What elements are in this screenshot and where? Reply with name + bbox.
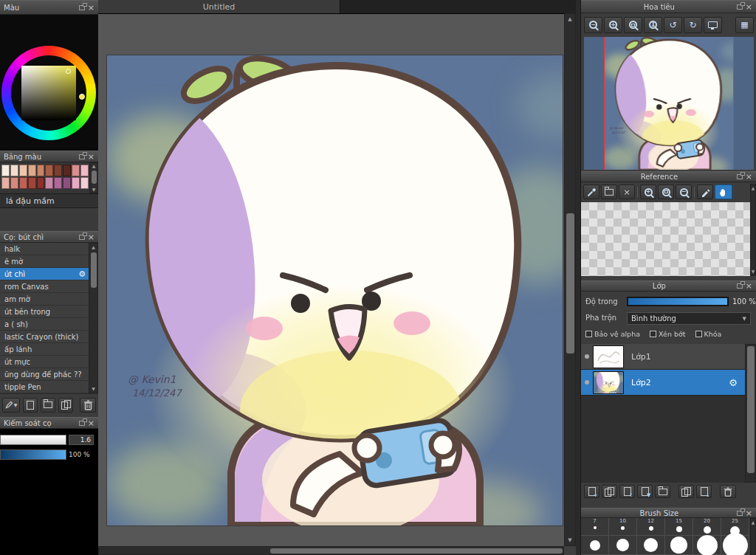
palette-swatch[interactable] [37,177,45,189]
rotate-cw-button[interactable]: ↻ [684,17,702,33]
add-layer-menu-button[interactable]: ▼ [637,485,653,498]
brush-item[interactable]: lastic Crayon (thick) [0,331,89,343]
layer-settings-gear-icon[interactable]: ⚙ [729,378,738,387]
popout-icon[interactable] [737,4,743,10]
palette-swatch[interactable] [1,177,10,189]
blend-dropdown[interactable]: Bình thường ▼ [627,312,751,325]
palette-swatch[interactable] [80,177,89,189]
layer-list-scrollbar[interactable] [745,344,756,483]
scroll-up-icon[interactable]: ▲ [751,185,755,191]
palette-swatch[interactable] [19,177,27,189]
close-icon[interactable]: × [88,233,94,241]
brush-size-cell[interactable] [665,536,693,555]
close-icon[interactable]: × [746,509,752,517]
brush-list-scrollbar[interactable]: ▲ ▼ [89,243,98,393]
opacity-slider[interactable] [627,297,729,306]
popout-icon[interactable] [737,511,743,516]
brush-size-cell[interactable] [637,536,665,555]
scroll-down-icon[interactable]: ▼ [751,269,755,275]
close-icon[interactable]: × [746,282,752,290]
scroll-up-icon[interactable]: ▲ [90,163,97,169]
brush-item[interactable]: ũng dùng để phác ?? [0,368,89,381]
layer-checkbox-protect-alpha[interactable]: Bảo vệ alpha [585,330,640,338]
layer-visibility-icon[interactable] [585,354,589,359]
reference-canvas[interactable] [581,202,750,276]
checkbox-box-icon[interactable] [650,331,656,337]
reference-folder-button[interactable] [601,185,617,199]
brush-size-cell[interactable] [721,536,749,555]
layer-row-selected[interactable]: Lớp2 ⚙ [581,370,745,396]
zoom-actual-button[interactable]: 1 [644,17,662,33]
canvas-artwork[interactable] [107,55,563,525]
palette-swatch[interactable] [63,165,71,176]
scrollbar-thumb[interactable] [92,170,97,184]
document-tab[interactable]: Untitled [98,0,340,13]
new-folder-button[interactable] [655,485,670,498]
copy-layer-button[interactable] [678,485,694,498]
checkbox-box-icon[interactable] [585,331,592,337]
zoom-fit-button[interactable] [624,17,642,33]
scrollbar-thumb[interactable] [566,213,574,354]
reference-zoom-in-button[interactable]: + [640,185,656,199]
popout-icon[interactable] [737,283,743,289]
duplicate-layer-button[interactable] [602,485,617,498]
palette-swatch[interactable] [63,177,71,189]
brush-item[interactable]: út chì⚙ [0,268,89,280]
brush-opacity-slider[interactable] [0,449,66,460]
new-brush-button[interactable] [23,398,38,413]
layer-up-button[interactable]: ↑ [619,485,635,498]
layer-row[interactable]: Lớp1 [581,344,745,370]
sv-marker-icon[interactable] [66,69,71,74]
palette-swatch[interactable] [1,165,10,176]
merge-down-button[interactable]: ↓ [696,485,712,498]
reference-clear-button[interactable]: × [619,185,635,199]
navigator-viewport[interactable] [584,37,754,170]
reference-picker-button[interactable] [697,185,713,199]
popout-icon[interactable] [79,421,85,426]
zoom-out-button[interactable]: − [584,17,602,33]
brush-item[interactable]: ấp lánh [0,343,89,356]
palette-swatch[interactable] [45,177,53,189]
duplicate-brush-button[interactable] [58,398,73,413]
close-icon[interactable]: × [88,4,94,12]
reference-zoom-fit-button[interactable] [658,185,674,199]
brush-size-cell[interactable]: 12 [637,518,665,536]
palette-swatch[interactable] [28,165,36,176]
layer-thumbnail[interactable] [593,371,624,394]
brush-size-cell[interactable]: 20 [693,518,721,536]
palette-scrollbar[interactable]: ▲ ▼ [89,162,98,193]
palette-swatch[interactable] [72,177,80,189]
brush-settings-gear-icon[interactable]: ⚙ [78,270,86,278]
palette-swatch[interactable] [80,165,89,176]
palette-swatch[interactable] [19,165,27,176]
brush-size-cell[interactable]: 10 [609,518,637,536]
popout-icon[interactable] [79,235,85,240]
brush-item[interactable]: halk [0,243,89,255]
reference-scrollbar[interactable]: ▲ ▼ [750,184,756,276]
brush-item[interactable]: am mờ [0,293,89,306]
layer-checkbox-lock[interactable]: Khóa [695,330,722,338]
delete-layer-button[interactable] [720,485,736,498]
scroll-up-icon[interactable]: ▲ [89,244,97,250]
navigator-image-button[interactable]: ▦ [735,17,754,33]
scrollbar-thumb[interactable] [91,252,97,288]
palette-swatch[interactable] [54,165,62,176]
close-icon[interactable]: × [88,419,94,427]
eyedropper-button[interactable] [583,185,599,199]
brush-menu-button[interactable]: ▼ [2,398,20,413]
brush-size-value[interactable]: 1.6 [69,435,94,445]
palette-swatch[interactable] [72,165,80,176]
palette-swatch[interactable] [28,177,36,189]
brush-item[interactable]: ẽ mờ [0,255,89,268]
brush-size-cell[interactable] [609,536,637,555]
delete-brush-button[interactable] [80,398,96,413]
scrollbar-thumb[interactable] [270,548,563,554]
reference-hand-button[interactable] [715,185,732,199]
scroll-up-icon[interactable]: ▲ [751,520,755,525]
hue-ring[interactable] [1,46,96,140]
palette-swatch[interactable] [45,165,53,176]
layer-checkbox-clipping[interactable]: Xén bớt [650,330,686,338]
sv-square[interactable] [21,66,76,120]
brush-item[interactable]: út mực [0,356,89,368]
close-icon[interactable]: × [746,173,752,181]
